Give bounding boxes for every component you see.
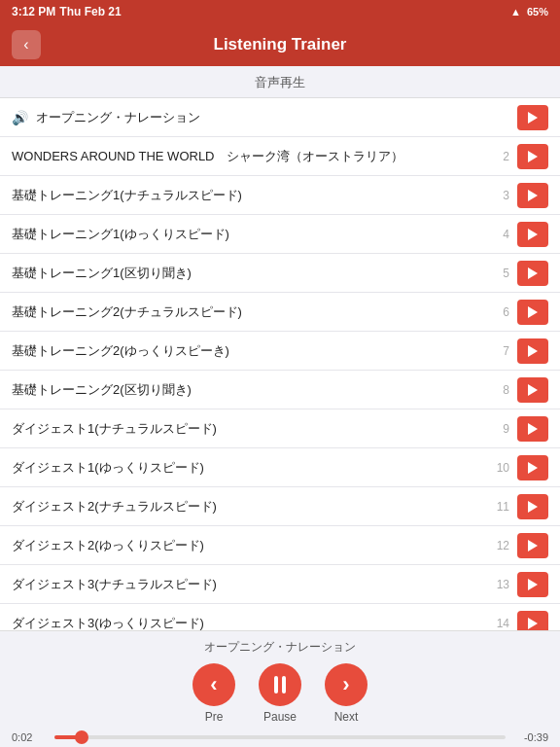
list-item-number: 4: [490, 228, 509, 241]
list-item-text: 基礎トレーニング1(ゆっくりスピード): [12, 226, 490, 243]
track-list[interactable]: 🔊オープニング・ナレーションWONDERS AROUND THE WORLD シ…: [0, 98, 560, 635]
next-icon: [325, 663, 368, 706]
play-button[interactable]: [517, 455, 548, 480]
bottom-player: オープニング・ナレーション Pre Pause Next 0:02: [0, 630, 560, 747]
nav-title: Listening Trainer: [214, 35, 347, 54]
progress-bar[interactable]: [54, 735, 506, 739]
list-item-text: 基礎トレーニング2(区切り聞き): [12, 381, 490, 399]
player-track-name: オープニング・ナレーション: [0, 631, 560, 659]
list-item-text: 基礎トレーニング1(区切り聞き): [12, 265, 490, 282]
list-item[interactable]: 基礎トレーニング2(区切り聞き)8: [0, 371, 560, 409]
list-item[interactable]: 基礎トレーニング1(区切り聞き)5: [0, 254, 560, 293]
play-button[interactable]: [517, 261, 548, 286]
list-item-text: オープニング・ナレーション: [36, 109, 517, 126]
list-item-number: 12: [490, 539, 509, 552]
play-button[interactable]: [517, 416, 548, 442]
list-item[interactable]: ダイジェスト3(ナチュラルスピード)13: [0, 565, 560, 604]
list-item-text: 基礎トレーニング2(ゆっくりスピーき): [12, 342, 490, 360]
status-indicators: ▲ 65%: [510, 6, 548, 18]
list-item-text: ダイジェスト1(ナチュラルスピード): [12, 420, 490, 438]
list-item-number: 13: [490, 578, 509, 591]
play-button[interactable]: [517, 105, 548, 130]
next-button[interactable]: Next: [325, 663, 368, 724]
speaker-icon: 🔊: [12, 110, 28, 125]
current-time: 0:02: [12, 731, 47, 743]
list-item[interactable]: ダイジェスト1(ナチュラルスピード)9: [0, 409, 560, 448]
prev-button[interactable]: Pre: [192, 663, 235, 724]
list-item-text: ダイジェスト2(ナチュラルスピード): [12, 498, 490, 516]
list-item[interactable]: ダイジェスト2(ゆっくりスピード)12: [0, 526, 560, 565]
pause-label: Pause: [263, 710, 297, 724]
wifi-icon: ▲: [510, 6, 521, 18]
list-item[interactable]: WONDERS AROUND THE WORLD シャーク湾（オーストラリア）2: [0, 137, 560, 176]
pause-icon: [259, 663, 301, 706]
list-item[interactable]: 基礎トレーニング1(ナチュラルスピード)3: [0, 176, 560, 215]
list-item[interactable]: ダイジェスト2(ナチュラルスピード)11: [0, 487, 560, 526]
list-item-number: 2: [490, 150, 509, 163]
prev-label: Pre: [205, 710, 224, 724]
list-item-number: 9: [490, 422, 509, 436]
list-item[interactable]: 基礎トレーニング2(ゆっくりスピーき)7: [0, 332, 560, 371]
play-button[interactable]: [517, 533, 548, 558]
play-button[interactable]: [517, 338, 548, 364]
time-label: 3:12 PM: [12, 5, 55, 18]
battery-label: 65%: [527, 6, 548, 18]
list-item[interactable]: 🔊オープニング・ナレーション: [0, 98, 560, 137]
list-item[interactable]: ダイジェスト1(ゆっくりスピード)10: [0, 448, 560, 487]
player-controls: Pre Pause Next: [0, 663, 560, 724]
progress-fill: [54, 735, 82, 739]
list-item-text: WONDERS AROUND THE WORLD シャーク湾（オーストラリア）: [12, 148, 490, 165]
list-item-number: 5: [490, 267, 509, 280]
list-item-number: 8: [490, 383, 509, 397]
list-item-text: ダイジェスト3(ゆっくりスピード): [12, 615, 490, 632]
progress-container[interactable]: 0:02 -0:39: [0, 724, 560, 743]
play-button[interactable]: [517, 144, 548, 169]
list-item-number: 3: [490, 189, 509, 202]
list-item-number: 6: [490, 305, 509, 319]
list-item-text: ダイジェスト3(ナチュラルスピード): [12, 576, 490, 593]
list-item-text: ダイジェスト2(ゆっくりスピード): [12, 537, 490, 554]
list-item[interactable]: 基礎トレーニング2(ナチュラルスピード)6: [0, 293, 560, 332]
prev-icon: [192, 663, 235, 706]
list-item-text: 基礎トレーニング1(ナチュラルスピード): [12, 187, 490, 204]
nav-bar: ‹ Listening Trainer: [0, 23, 560, 66]
list-item-text: ダイジェスト1(ゆっくりスピード): [12, 459, 490, 477]
list-item-number: 10: [490, 461, 509, 475]
section-header: 音声再生: [0, 66, 560, 98]
play-button[interactable]: [517, 222, 548, 247]
play-button[interactable]: [517, 183, 548, 208]
play-button[interactable]: [517, 377, 548, 403]
status-time: 3:12 PM Thu Feb 21: [12, 5, 122, 18]
progress-handle[interactable]: [75, 730, 88, 744]
play-button[interactable]: [517, 300, 548, 325]
list-item-number: 11: [490, 500, 509, 514]
next-label: Next: [334, 710, 359, 724]
list-item-number: 7: [490, 344, 509, 358]
list-item-number: 14: [490, 617, 509, 630]
list-item-text: 基礎トレーニング2(ナチュラルスピード): [12, 303, 490, 321]
list-item[interactable]: 基礎トレーニング1(ゆっくりスピード)4: [0, 215, 560, 254]
total-time: -0:39: [513, 731, 548, 743]
back-button[interactable]: ‹: [12, 30, 41, 59]
play-button[interactable]: [517, 572, 548, 597]
status-bar: 3:12 PM Thu Feb 21 ▲ 65%: [0, 0, 560, 23]
pause-button[interactable]: Pause: [259, 663, 301, 724]
play-button[interactable]: [517, 494, 548, 519]
date-label: Thu Feb 21: [59, 5, 121, 18]
